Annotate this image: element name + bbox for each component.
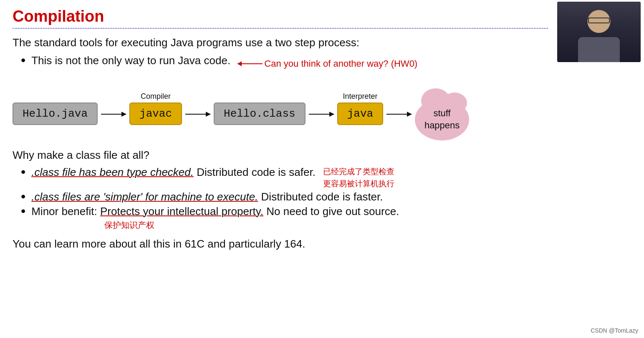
annotation-arrow bbox=[237, 63, 263, 64]
webcam-overlay bbox=[557, 2, 641, 62]
bullet-dot-2: • bbox=[21, 164, 25, 180]
diagram-label-interpreter: Interpreter bbox=[343, 92, 377, 101]
bullet-row-simpler: • .class files are 'simpler' for machine… bbox=[21, 190, 631, 204]
credit-text: CSDN @TomLazy bbox=[591, 327, 638, 334]
cloud-text: stuffhappens bbox=[424, 108, 460, 131]
cloud-stuff: stuffhappens bbox=[415, 99, 469, 140]
bullet-row-1: • This is not the only way to run Java c… bbox=[21, 54, 631, 69]
bottom-text: You can learn more about all this in 61C… bbox=[13, 238, 631, 250]
arrow-4 bbox=[386, 114, 412, 115]
bullet2-content: .class file has been type checked. Distr… bbox=[31, 166, 316, 179]
bullet3-underlined: .class files are 'simpler' for machine t… bbox=[31, 190, 258, 203]
annotation-container: Can you think of another way? (HW0) bbox=[237, 58, 417, 69]
diagram-col-hello-class: Hello.class bbox=[214, 92, 306, 125]
bullet2-underlined: .class file has been type checked. bbox=[31, 166, 194, 178]
person-body bbox=[578, 37, 620, 62]
slide-container: Compilation The standard tools for execu… bbox=[0, 0, 644, 338]
slide-title: Compilation bbox=[13, 8, 631, 25]
bullet4-inner: • Minor benefit: Protects your intellect… bbox=[21, 205, 399, 219]
separator bbox=[13, 28, 548, 29]
annotation-typecheck: 已经完成了类型检查 更容易被计算机执行 bbox=[323, 166, 394, 190]
bullet4-underlined: Protects your intellectual property. bbox=[100, 205, 263, 218]
bullet-dot-1: • bbox=[21, 53, 25, 68]
bullet-row-typecheck: • .class file has been type checked. Dis… bbox=[21, 166, 631, 190]
diagram-col-cloud: stuffhappens bbox=[415, 77, 469, 140]
annotation-ip-container: 保护知识产权 bbox=[104, 220, 154, 231]
bullet4-rest: No need to give out source. bbox=[266, 205, 399, 218]
annotation-ip: 保护知识产权 bbox=[104, 220, 154, 231]
bullet-dot-4: • bbox=[21, 203, 25, 219]
box-hello-class: Hello.class bbox=[214, 103, 306, 125]
bullet4-prefix: Minor benefit: bbox=[31, 205, 100, 218]
box-java: java bbox=[337, 103, 383, 125]
diagram-col-hello-java: Hello.java bbox=[13, 92, 98, 125]
why-heading: Why make a class file at all? bbox=[13, 149, 631, 162]
bullet1-main: This is not the only way to run Java cod… bbox=[31, 54, 230, 67]
bullet-dot-3: • bbox=[21, 189, 25, 204]
bullet3-rest: Distributed code is faster. bbox=[261, 190, 383, 203]
diagram-label-empty2 bbox=[258, 92, 260, 101]
bullet3-text: .class files are 'simpler' for machine t… bbox=[31, 190, 383, 203]
arrow-2 bbox=[185, 114, 210, 115]
diagram-col-javac: Compiler javac bbox=[129, 92, 182, 125]
diagram-section: Hello.java Compiler javac Hello.class In… bbox=[13, 77, 631, 140]
annotation-typecheck-1: 已经完成了类型检查 bbox=[323, 166, 394, 178]
bullet-row-minor: • Minor benefit: Protects your intellect… bbox=[21, 205, 631, 231]
bullet1-text: This is not the only way to run Java cod… bbox=[31, 54, 417, 69]
intro-text: The standard tools for executing Java pr… bbox=[13, 36, 631, 49]
diagram-label-empty1 bbox=[54, 92, 56, 101]
box-hello-java: Hello.java bbox=[13, 103, 98, 125]
box-javac: javac bbox=[129, 103, 182, 125]
diagram-label-compiler: Compiler bbox=[141, 92, 171, 101]
arrow-3 bbox=[309, 114, 334, 115]
diagram-label-empty3 bbox=[441, 77, 443, 85]
annotation-typecheck-2: 更容易被计算机执行 bbox=[323, 178, 394, 190]
arrow-1 bbox=[101, 114, 126, 115]
webcam-person bbox=[557, 2, 641, 62]
diagram-col-java: Interpreter java bbox=[337, 92, 383, 125]
bullet2-rest: Distributed code is safer. bbox=[197, 166, 316, 178]
annotation-text: Can you think of another way? (HW0) bbox=[264, 58, 417, 69]
bullet2-text: .class file has been type checked. Distr… bbox=[31, 166, 394, 190]
bullet4-text: Minor benefit: Protects your intellectua… bbox=[31, 205, 399, 218]
person-glasses bbox=[588, 18, 610, 23]
